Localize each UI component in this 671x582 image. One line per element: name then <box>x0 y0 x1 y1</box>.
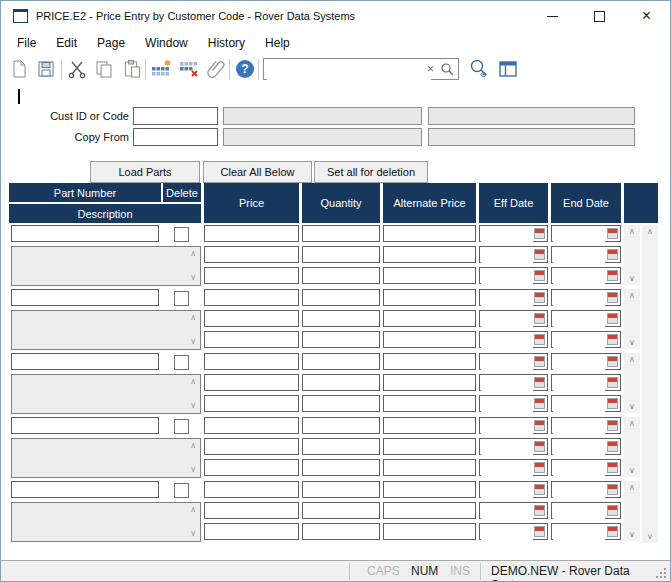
end-date-input[interactable] <box>553 312 605 327</box>
scroll-down-icon[interactable]: ∨ <box>624 530 640 539</box>
calendar-icon[interactable] <box>607 292 618 303</box>
quantity-input[interactable] <box>302 267 380 284</box>
eff-date-input[interactable] <box>481 461 533 476</box>
quantity-input[interactable] <box>302 225 380 242</box>
price-input[interactable] <box>204 395 299 412</box>
part-number-input[interactable] <box>11 289 159 306</box>
group-scrollbar[interactable]: ∧∨ <box>624 481 640 541</box>
quantity-input[interactable] <box>302 523 380 540</box>
group-scrollbar[interactable]: ∧∨ <box>624 289 640 349</box>
save-icon[interactable] <box>34 57 58 81</box>
search-icon[interactable] <box>440 62 454 80</box>
group-scrollbar[interactable]: ∧∨ <box>624 353 640 413</box>
new-document-icon[interactable] <box>7 57 31 81</box>
delete-checkbox[interactable] <box>174 355 189 370</box>
description-field[interactable]: ∧∨ <box>11 374 201 414</box>
load-parts-button[interactable]: Load Parts <box>90 161 200 183</box>
calendar-icon[interactable] <box>534 356 545 367</box>
calendar-icon[interactable] <box>534 228 545 239</box>
calendar-icon[interactable] <box>534 441 545 452</box>
end-date-input[interactable] <box>553 440 605 455</box>
quantity-input[interactable] <box>302 353 380 370</box>
calendar-icon[interactable] <box>607 420 618 431</box>
calendar-icon[interactable] <box>534 526 545 537</box>
eff-date-input[interactable] <box>481 333 533 348</box>
quantity-input[interactable] <box>302 246 380 263</box>
scroll-up-icon[interactable]: ∧ <box>190 377 196 387</box>
price-input[interactable] <box>204 225 299 242</box>
scroll-down-icon[interactable]: ∨ <box>624 402 640 411</box>
calendar-icon[interactable] <box>534 270 545 281</box>
calendar-icon[interactable] <box>534 377 545 388</box>
price-input[interactable] <box>204 289 299 306</box>
scroll-down-icon[interactable]: ∨ <box>624 274 640 283</box>
quantity-input[interactable] <box>302 310 380 327</box>
calendar-icon[interactable] <box>534 313 545 324</box>
price-input[interactable] <box>204 267 299 284</box>
delete-checkbox[interactable] <box>174 483 189 498</box>
price-input[interactable] <box>204 481 299 498</box>
scroll-down-icon[interactable]: ∨ <box>624 338 640 347</box>
scroll-up-icon[interactable]: ∧ <box>190 249 196 259</box>
eff-date-input[interactable] <box>481 419 533 434</box>
price-input[interactable] <box>204 502 299 519</box>
scroll-down-icon[interactable]: ∨ <box>624 466 640 475</box>
scroll-up-icon[interactable]: ∧ <box>642 227 658 236</box>
alternate-price-input[interactable] <box>383 289 476 306</box>
clear-search-icon[interactable]: × <box>427 62 434 76</box>
quantity-input[interactable] <box>302 331 380 348</box>
quantity-input[interactable] <box>302 417 380 434</box>
price-input[interactable] <box>204 353 299 370</box>
eff-date-input[interactable] <box>481 483 533 498</box>
eff-date-input[interactable] <box>481 440 533 455</box>
close-button[interactable]: × <box>623 1 670 31</box>
alternate-price-input[interactable] <box>383 374 476 391</box>
description-field[interactable]: ∧∨ <box>11 438 201 478</box>
maximize-button[interactable] <box>576 1 623 31</box>
menu-help[interactable]: Help <box>255 33 300 53</box>
calendar-icon[interactable] <box>534 462 545 473</box>
menu-edit[interactable]: Edit <box>46 33 87 53</box>
quantity-input[interactable] <box>302 502 380 519</box>
price-input[interactable] <box>204 523 299 540</box>
quantity-input[interactable] <box>302 481 380 498</box>
window-layout-icon[interactable] <box>496 57 520 81</box>
alternate-price-input[interactable] <box>383 459 476 476</box>
menu-file[interactable]: File <box>7 33 46 53</box>
scroll-down-icon[interactable]: ∨ <box>190 465 196 475</box>
cut-icon[interactable] <box>65 57 89 81</box>
scroll-up-icon[interactable]: ∧ <box>190 505 196 515</box>
calendar-icon[interactable] <box>607 505 618 516</box>
scroll-up-icon[interactable]: ∧ <box>624 227 640 236</box>
end-date-input[interactable] <box>553 248 605 263</box>
copy-icon[interactable] <box>92 57 116 81</box>
alternate-price-input[interactable] <box>383 225 476 242</box>
scroll-down-icon[interactable]: ∨ <box>642 532 658 541</box>
eff-date-input[interactable] <box>481 248 533 263</box>
quantity-input[interactable] <box>302 395 380 412</box>
paste-icon[interactable] <box>120 57 144 81</box>
alternate-price-input[interactable] <box>383 310 476 327</box>
calendar-icon[interactable] <box>534 420 545 431</box>
description-field[interactable]: ∧∨ <box>11 246 201 286</box>
end-date-input[interactable] <box>553 376 605 391</box>
attachment-icon[interactable] <box>204 57 228 81</box>
quantity-input[interactable] <box>302 438 380 455</box>
price-input[interactable] <box>204 374 299 391</box>
menu-window[interactable]: Window <box>135 33 198 53</box>
eff-date-input[interactable] <box>481 227 533 242</box>
quantity-input[interactable] <box>302 459 380 476</box>
minimize-button[interactable] <box>529 1 576 31</box>
calendar-icon[interactable] <box>607 526 618 537</box>
calendar-icon[interactable] <box>607 441 618 452</box>
clear-all-below-button[interactable]: Clear All Below <box>203 161 312 183</box>
end-date-input[interactable] <box>553 461 605 476</box>
eff-date-input[interactable] <box>481 291 533 306</box>
end-date-input[interactable] <box>553 227 605 242</box>
calendar-icon[interactable] <box>607 313 618 324</box>
scroll-up-icon[interactable]: ∧ <box>190 441 196 451</box>
calendar-icon[interactable] <box>607 228 618 239</box>
calendar-icon[interactable] <box>607 462 618 473</box>
grid-scrollbar[interactable]: ∧ ∨ <box>642 225 658 543</box>
insert-row-icon[interactable] <box>149 57 173 81</box>
